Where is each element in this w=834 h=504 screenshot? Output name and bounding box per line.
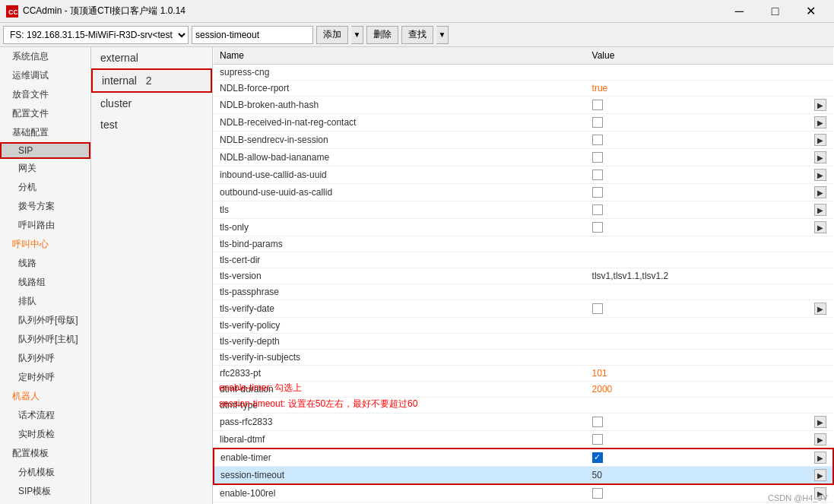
checkbox[interactable] (592, 303, 603, 314)
sidebar-item-outqueue-master[interactable]: 队列外呼[母版] (0, 311, 90, 330)
minimize-button[interactable]: ─ (722, 0, 756, 23)
cell-action: ▶ (808, 184, 833, 201)
sidebar-item-quality[interactable]: 实时质检 (0, 425, 90, 444)
expand-button[interactable]: ▶ (814, 469, 826, 481)
cell-value: true (586, 81, 808, 97)
sidebar-item-outqueue-host[interactable]: 队列外呼[主机] (0, 330, 90, 349)
sidebar-item-debug[interactable]: 运维调试 (0, 66, 90, 85)
checkbox[interactable] (592, 222, 603, 233)
delete-button[interactable]: 删除 (366, 26, 398, 44)
cell-value (586, 252, 808, 268)
expand-button[interactable]: ▶ (814, 303, 826, 315)
checkbox[interactable] (592, 187, 603, 198)
checkbox[interactable] (592, 488, 603, 499)
cell-value (586, 300, 808, 318)
table-row: NDLB-received-in-nat-reg-contact▶ (214, 114, 833, 132)
sidebar-item-extension[interactable]: 分机 (0, 178, 90, 197)
sidebar-item-config[interactable]: 配置文件 (0, 104, 90, 123)
expand-button[interactable]: ▶ (814, 151, 826, 163)
sidebar-item-timed-call[interactable]: 定时外呼 (0, 368, 90, 387)
expand-button[interactable]: ▶ (814, 116, 826, 128)
address-combo[interactable]: FS: 192.168.31.15-MiWiFi-R3D-srv<test (3, 26, 189, 44)
expand-button[interactable]: ▶ (814, 134, 826, 146)
find-button[interactable]: 查找 (401, 26, 433, 44)
checkbox[interactable] (592, 204, 603, 215)
expand-button[interactable]: ▶ (814, 169, 826, 181)
sidebar-item-callroute[interactable]: 呼叫路由 (0, 216, 90, 235)
cell-value (586, 318, 808, 334)
middle-item-test[interactable]: test (91, 114, 212, 135)
close-button[interactable]: ✕ (794, 0, 828, 23)
sidebar-item-template[interactable]: 配置模板 (0, 444, 90, 463)
sidebar-item-basic[interactable]: 基础配置 (0, 123, 90, 142)
expand-button[interactable]: ▶ (814, 452, 826, 464)
sidebar-item-line[interactable]: 线路 (0, 254, 90, 273)
expand-button[interactable]: ▶ (814, 204, 826, 216)
sidebar-item-outqueue[interactable]: 队列外呼 (0, 349, 90, 368)
annotation-line2: session-timeout: 设置在50左右，最好不要超过60 (219, 396, 417, 413)
sidebar-item-dialog[interactable]: 话术流程 (0, 406, 90, 425)
cell-name: enable-timer (214, 449, 586, 467)
sidebar-item-sip[interactable]: SIP (0, 142, 90, 159)
expand-button[interactable]: ▶ (814, 433, 826, 445)
middle-item-internal[interactable]: internal 2 (91, 68, 212, 93)
cell-value (586, 350, 808, 366)
checkbox[interactable] (592, 170, 603, 180)
table-row: tls-passphrase (214, 284, 833, 300)
table-row: liberal-dtmf▶ (214, 431, 833, 449)
cell-action: ▶ (808, 201, 833, 219)
sidebar-item-ext-template[interactable]: 分机模板 (0, 463, 90, 482)
checkbox[interactable] (592, 100, 603, 110)
checkbox[interactable] (592, 417, 603, 427)
sidebar-item-robot[interactable]: 机器人 (0, 387, 90, 406)
table-row: outbound-use-uuid-as-callid▶ (214, 184, 833, 201)
table-row: enable-100rel▶ (214, 484, 833, 502)
cell-name: enable-100rel (214, 484, 586, 502)
checkbox[interactable] (592, 117, 603, 128)
cell-value (586, 97, 808, 114)
cell-name: session-timeout (214, 467, 586, 485)
table-row: NDLB-allow-bad-iananame▶ (214, 149, 833, 166)
expand-button[interactable]: ▶ (814, 99, 826, 111)
middle-item-external[interactable]: external (91, 47, 212, 68)
cell-action: ▶ (808, 449, 833, 467)
add-button[interactable]: 添加 (316, 26, 348, 44)
checkbox[interactable] (592, 152, 603, 163)
checkbox[interactable] (592, 452, 603, 463)
cell-action (808, 350, 833, 366)
cell-action (808, 65, 833, 81)
table-row: inbound-use-callid-as-uuid▶ (214, 166, 833, 184)
cell-name: tls-verify-policy (214, 318, 586, 334)
sidebar-item-callcenter[interactable]: 呼叫中心 (0, 235, 90, 254)
sidebar-item-sip-template[interactable]: SIP模板 (0, 482, 90, 501)
window-title: CCAdmin - 顶顶通CTI接口客户端 1.0.14 (23, 5, 722, 17)
annotation-line1: enable-timer: 勾选上 (219, 380, 417, 397)
expand-button[interactable]: ▶ (814, 186, 826, 198)
cell-action: ▶ (808, 431, 833, 449)
main-container: 系统信息 运维调试 放音文件 配置文件 基础配置 SIP 网关 分机 拨号方案 … (0, 47, 834, 504)
app-icon: CC (6, 5, 18, 17)
field-input[interactable] (192, 26, 313, 44)
sidebar-item-dialplan[interactable]: 拨号方案 (0, 197, 90, 216)
sidebar-item-sysinfo[interactable]: 系统信息 (0, 47, 90, 66)
cell-value (586, 114, 808, 132)
maximize-button[interactable]: □ (758, 0, 792, 23)
badge: 2 (146, 74, 152, 87)
cell-action: ▶ (808, 114, 833, 132)
cell-name: NDLB-received-in-nat-reg-contact (214, 114, 586, 132)
expand-button[interactable]: ▶ (814, 221, 826, 233)
cell-value (586, 132, 808, 149)
cell-action: ▶ (808, 166, 833, 184)
middle-item-cluster[interactable]: cluster (91, 93, 212, 114)
checkbox[interactable] (592, 434, 603, 445)
sidebar-item-audio[interactable]: 放音文件 (0, 85, 90, 104)
checkbox[interactable] (592, 135, 603, 145)
sidebar-item-linegroup[interactable]: 线路组 (0, 273, 90, 292)
sidebar-item-gateway[interactable]: 网关 (0, 159, 90, 178)
find-dropdown[interactable]: ▼ (436, 26, 449, 44)
add-dropdown[interactable]: ▼ (351, 26, 363, 44)
sidebar-item-queue[interactable]: 排队 (0, 292, 90, 311)
svg-text:CC: CC (8, 8, 17, 16)
expand-button[interactable]: ▶ (814, 416, 826, 428)
cell-name: tls-verify-date (214, 300, 586, 318)
